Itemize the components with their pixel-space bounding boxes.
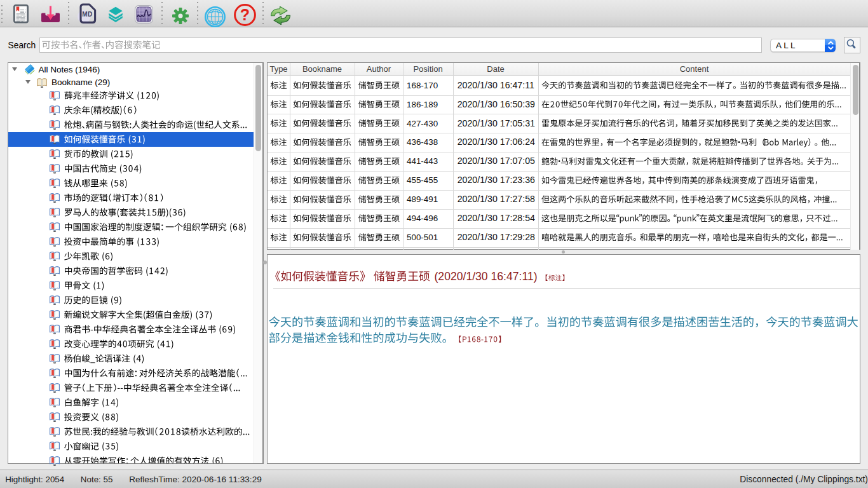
svg-text:Search: Search	[8, 41, 36, 50]
svg-text:?: ?	[240, 6, 250, 24]
svg-text:MD: MD	[82, 11, 92, 18]
